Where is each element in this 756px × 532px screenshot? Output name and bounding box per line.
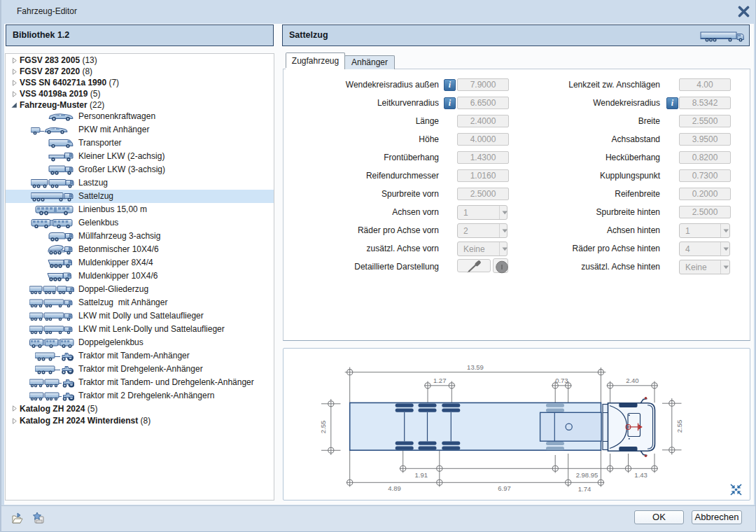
svg-text:2.55: 2.55: [319, 421, 327, 434]
svg-text:2.98.95: 2.98.95: [576, 471, 598, 479]
svg-text:6.97: 6.97: [498, 484, 511, 492]
svg-text:1.74: 1.74: [578, 485, 592, 493]
svg-text:0.73: 0.73: [555, 377, 568, 384]
svg-text:13.59: 13.59: [467, 363, 484, 371]
svg-text:1.43: 1.43: [634, 471, 648, 479]
svg-text:2.40: 2.40: [626, 377, 639, 384]
svg-text:2.55: 2.55: [676, 420, 683, 433]
svg-text:1.91: 1.91: [415, 471, 428, 479]
svg-text:4.89: 4.89: [388, 484, 401, 492]
svg-text:1.27: 1.27: [433, 377, 447, 384]
